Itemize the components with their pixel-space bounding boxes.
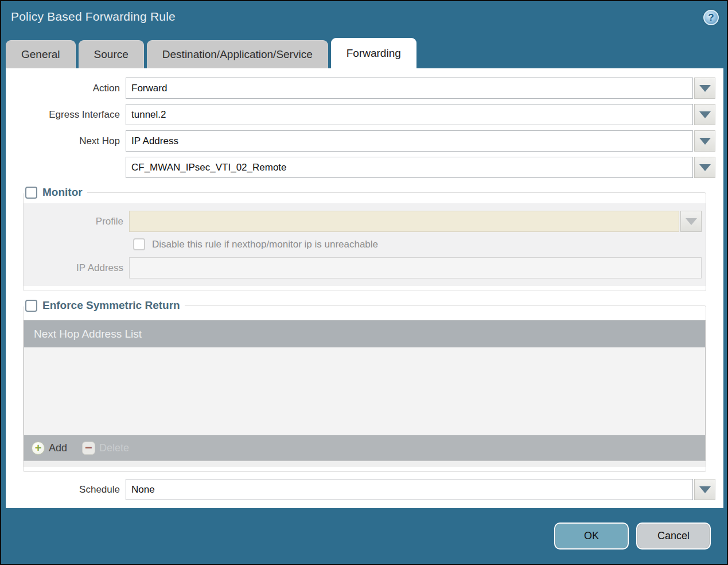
action-dropdown-button[interactable] [694, 78, 715, 99]
tab-bar: General Source Destination/Application/S… [1, 38, 727, 68]
next-hop-row: Next Hop [6, 130, 715, 152]
add-button-label: Add [49, 442, 67, 454]
plus-icon: + [32, 442, 45, 455]
enforce-symmetric-return-section: Enforce Symmetric Return Next Hop Addres… [23, 299, 706, 472]
next-hop-address-row [6, 157, 715, 178]
delete-button-label: Delete [99, 442, 129, 454]
minus-icon: − [82, 442, 95, 455]
action-input[interactable] [126, 78, 693, 99]
next-hop-type-input[interactable] [126, 130, 693, 152]
egress-interface-row: Egress Interface [6, 104, 715, 125]
egress-interface-input[interactable] [126, 104, 693, 125]
dialog-title: Policy Based Forwarding Rule [11, 10, 176, 24]
action-label: Action [6, 83, 126, 94]
next-hop-address-dropdown-button[interactable] [694, 157, 715, 178]
egress-interface-label: Egress Interface [6, 109, 126, 121]
enforce-symmetric-return-title: Enforce Symmetric Return [42, 299, 180, 312]
profile-row: Profile [24, 211, 702, 232]
chevron-down-icon [699, 85, 711, 92]
profile-input [129, 211, 679, 232]
chevron-down-icon [699, 164, 711, 171]
monitor-panel: Profile Disable this rule if nexthop/mon… [24, 203, 706, 286]
next-hop-address-list-table: Next Hop Address List + Add − Delete [24, 320, 706, 461]
schedule-input[interactable] [126, 479, 693, 500]
table-bottom-strip [24, 461, 706, 467]
monitor-section: Monitor Profile Disable this rule if nex… [23, 186, 706, 291]
schedule-label: Schedule [6, 484, 126, 496]
disable-rule-row: Disable this rule if nexthop/monitor ip … [133, 238, 702, 250]
tab-forwarding[interactable]: Forwarding [331, 38, 416, 68]
monitor-ip-input [129, 257, 702, 278]
chevron-down-icon [686, 218, 697, 225]
enforce-symmetric-return-checkbox[interactable] [25, 300, 37, 312]
dialog-titlebar: Policy Based Forwarding Rule ? [1, 1, 727, 38]
action-row: Action [6, 78, 715, 99]
ok-button[interactable]: OK [554, 523, 629, 549]
next-hop-label: Next Hop [6, 136, 126, 147]
next-hop-address-input[interactable] [126, 157, 693, 178]
cancel-button[interactable]: Cancel [636, 523, 711, 549]
disable-rule-label: Disable this rule if nexthop/monitor ip … [152, 239, 378, 250]
profile-label: Profile [24, 216, 129, 227]
schedule-dropdown-button[interactable] [694, 479, 715, 500]
schedule-row: Schedule [6, 479, 715, 500]
monitor-ip-row: IP Address [24, 257, 702, 278]
add-button[interactable]: + Add [32, 442, 67, 455]
disable-rule-checkbox [133, 238, 145, 250]
next-hop-type-dropdown-button[interactable] [694, 130, 715, 152]
monitor-section-title: Monitor [42, 186, 83, 199]
next-hop-address-list-toolbar: + Add − Delete [24, 435, 705, 460]
monitor-checkbox[interactable] [25, 187, 37, 199]
next-hop-address-list-body [24, 347, 705, 435]
forwarding-tab-panel: Action Egress Interface Next Hop [6, 68, 723, 508]
chevron-down-icon [699, 486, 711, 493]
tab-general[interactable]: General [6, 40, 76, 68]
next-hop-address-list-header: Next Hop Address List [24, 320, 705, 347]
profile-dropdown-button [680, 211, 702, 232]
policy-based-forwarding-dialog: Policy Based Forwarding Rule ? General S… [0, 0, 728, 565]
dialog-footer: OK Cancel [1, 508, 727, 564]
tab-source[interactable]: Source [79, 40, 144, 68]
monitor-ip-label: IP Address [24, 262, 129, 274]
delete-button[interactable]: − Delete [82, 442, 129, 455]
chevron-down-icon [699, 138, 711, 145]
help-icon[interactable]: ? [703, 10, 719, 25]
chevron-down-icon [699, 111, 711, 118]
tab-destination-application-service[interactable]: Destination/Application/Service [147, 40, 328, 68]
egress-interface-dropdown-button[interactable] [694, 104, 715, 125]
